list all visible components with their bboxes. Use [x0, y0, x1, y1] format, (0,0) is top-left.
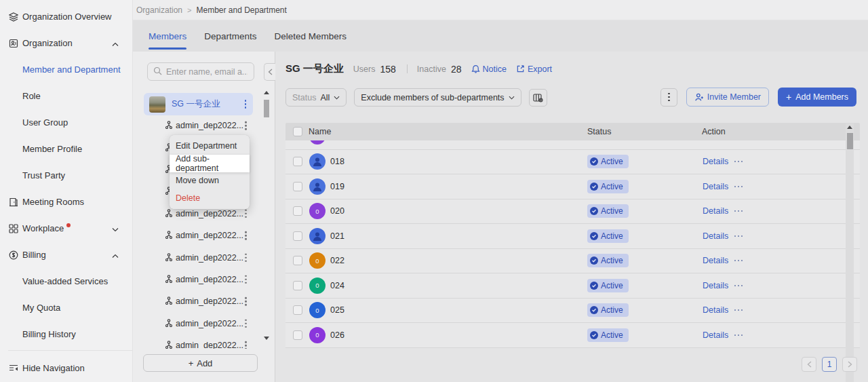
scroll-up-arrow[interactable] [847, 126, 852, 129]
row-more-icon[interactable] [733, 282, 744, 289]
row-more-icon[interactable] [733, 158, 744, 165]
scrollbar-thumb[interactable] [264, 100, 269, 117]
sidebar-item-billing[interactable]: Billing [0, 242, 132, 268]
table-row[interactable]: 021 Active Details [285, 224, 860, 249]
sidebar-item-trust-party[interactable]: Trust Party [0, 162, 132, 189]
table-row[interactable]: 0 022 Active Details [285, 249, 860, 274]
tree-item[interactable]: admin_dep2022... [144, 290, 264, 312]
row-checkbox[interactable] [293, 305, 302, 315]
row-checkbox[interactable] [293, 206, 302, 216]
invite-member-button[interactable]: Invite Member [686, 88, 769, 107]
row-checkbox[interactable] [293, 182, 302, 191]
kebab-menu-icon[interactable] [242, 229, 250, 243]
table-scrollbar[interactable] [846, 123, 854, 382]
tree-search[interactable] [147, 62, 254, 81]
kebab-menu-icon[interactable] [242, 316, 250, 330]
details-link[interactable]: Details [703, 256, 728, 265]
menu-item-add-sub-department[interactable]: Add sub-department [170, 155, 250, 172]
row-checkbox[interactable] [293, 256, 302, 265]
details-link[interactable]: Details [703, 231, 728, 241]
scroll-up-arrow[interactable] [264, 91, 269, 94]
add-department-button[interactable]: + Add [143, 354, 258, 372]
select-all-checkbox[interactable] [293, 127, 302, 136]
details-link[interactable]: Details [703, 157, 728, 166]
add-members-button[interactable]: + Add Members [778, 88, 856, 107]
details-link[interactable]: Details [703, 305, 728, 315]
menu-item-edit-department[interactable]: Edit Department [170, 137, 250, 155]
table-row[interactable]: 018 Active Details [285, 150, 860, 175]
tab-departments[interactable]: Departments [204, 20, 256, 52]
table-row[interactable]: 0 025 Active Details [285, 299, 860, 324]
kebab-menu-icon[interactable] [242, 294, 250, 309]
door-icon [9, 197, 18, 207]
previous-page-button[interactable] [802, 357, 816, 372]
details-link[interactable]: Details [703, 281, 728, 290]
search-input[interactable] [166, 67, 248, 77]
table-row[interactable]: 0 026 Active Details [285, 323, 860, 348]
table-row-partial [285, 140, 860, 150]
sidebar-item-user-group[interactable]: User Group [0, 109, 132, 136]
row-checkbox[interactable] [293, 231, 302, 241]
row-checkbox[interactable] [293, 157, 302, 166]
menu-item-delete[interactable]: Delete [170, 189, 250, 207]
sidebar-item-value-added-services[interactable]: Value-added Services [0, 268, 132, 294]
kebab-menu-icon[interactable] [242, 273, 250, 287]
tree-item[interactable]: admin_dep2022... [144, 246, 264, 268]
tab-deleted-members[interactable]: Deleted Members [275, 20, 347, 52]
kebab-menu-icon[interactable] [242, 119, 250, 133]
breadcrumb-organization[interactable]: Organization [136, 5, 182, 15]
row-checkbox[interactable] [293, 330, 302, 340]
column-settings-button[interactable] [529, 89, 547, 107]
subdepartment-filter-select[interactable]: Exclude members of sub-departments [354, 88, 521, 107]
member-name: 018 [330, 157, 344, 166]
sidebar-item-my-quota[interactable]: My Quota [0, 294, 132, 321]
table-row[interactable]: 0 024 Active Details [285, 273, 860, 299]
export-link[interactable]: Export [516, 64, 552, 74]
tab-members[interactable]: Members [149, 20, 186, 52]
tree-item[interactable]: admin_dep2022... [144, 115, 264, 136]
sidebar-item-member-profile[interactable]: Member Profile [0, 136, 132, 162]
table-row[interactable]: 0 020 Active Details [285, 199, 860, 225]
row-more-icon[interactable] [733, 307, 744, 313]
sidebar-item-organization[interactable]: Organization [0, 30, 132, 56]
avatar: 0 [309, 327, 326, 343]
sidebar-item-organization-overview[interactable]: Organization Overview [0, 3, 132, 30]
tree-item[interactable]: admin_dep2022... [144, 269, 264, 290]
scrollbar-thumb[interactable] [847, 133, 853, 149]
tree-item[interactable]: admin_dep2022... [144, 225, 264, 246]
kebab-menu-icon[interactable] [242, 339, 250, 349]
notice-link[interactable]: Notice [471, 64, 507, 74]
collapse-panel-button[interactable] [264, 63, 275, 81]
members-main: SG 一号企业 Users 158 Inactive 28 Notice Exp… [275, 52, 868, 382]
kebab-menu-icon[interactable] [242, 97, 250, 111]
hide-navigation-button[interactable]: Hide Navigation [0, 356, 132, 380]
sidebar-item-workplace[interactable]: Workplace [0, 215, 132, 242]
sidebar-item-billing-history[interactable]: Billing History [0, 321, 132, 347]
tree-scrollbar[interactable] [263, 91, 270, 340]
more-actions-button[interactable] [660, 88, 677, 107]
menu-item-move-down[interactable]: Move down [170, 172, 250, 190]
row-more-icon[interactable] [733, 233, 744, 240]
details-link[interactable]: Details [703, 182, 728, 191]
scroll-down-arrow[interactable] [264, 337, 269, 340]
row-more-icon[interactable] [733, 257, 744, 264]
page-1-button[interactable]: 1 [822, 357, 837, 372]
row-more-icon[interactable] [733, 183, 744, 190]
next-page-button[interactable] [842, 357, 857, 372]
table-row[interactable]: 019 Active Details [285, 174, 860, 199]
tree-item[interactable]: admin_dep2022... [144, 313, 264, 335]
row-more-icon[interactable] [733, 208, 744, 214]
row-checkbox[interactable] [293, 281, 302, 290]
details-link[interactable]: Details [703, 330, 728, 340]
sidebar-item-role[interactable]: Role [0, 83, 132, 109]
tree-root-department[interactable]: SG 一号企业 [144, 93, 253, 115]
department-avatar [149, 96, 165, 113]
details-link[interactable]: Details [703, 206, 728, 216]
kebab-menu-icon[interactable] [242, 250, 250, 265]
sidebar-item-meeting-rooms[interactable]: Meeting Rooms [0, 189, 132, 215]
sidebar-item-member-and-department[interactable]: Member and Department [0, 56, 132, 83]
status-filter-select[interactable]: Status All [285, 88, 347, 107]
row-more-icon[interactable] [733, 332, 744, 339]
tree-item-partial[interactable]: admin_dep2022... [144, 335, 264, 349]
check-icon [590, 183, 598, 191]
